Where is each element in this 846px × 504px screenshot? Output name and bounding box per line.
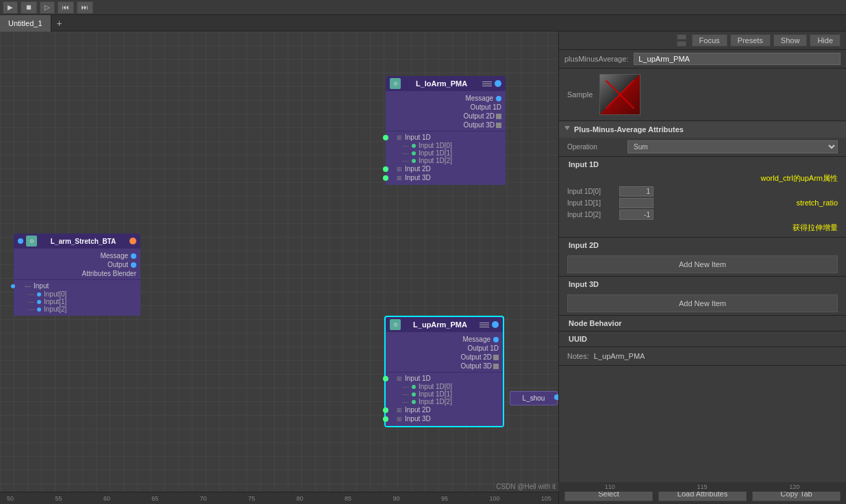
node-lo-arm-in2d-row: ⊞ Input 2D [386, 164, 506, 173]
node-stretch-in2-row: Input[2] [14, 305, 140, 313]
node-info-input[interactable] [634, 53, 841, 65]
main-layout: ⚙ L_loArm_PMA Message Output 1D Output 2… [0, 32, 846, 504]
input-1d-items: Input 1D[0] Input 1D[1] Input 1D[2] [567, 186, 791, 220]
add-new-item-2d-btn[interactable]: Add New Item [567, 255, 838, 273]
uuid-header[interactable]: UUID [559, 331, 846, 346]
node-shou-port[interactable] [554, 394, 558, 400]
node-stretch-in1-port[interactable] [37, 300, 41, 304]
ruler-right: 110 115 120 [558, 482, 846, 492]
uuid-section: UUID [559, 331, 846, 347]
node-lo-arm-in1d0-port[interactable] [412, 144, 416, 148]
node-behavior-section: Node Behavior [559, 316, 846, 331]
node-up-arm-header: ⚙ L_upArm_PMA [386, 317, 503, 332]
input-item-2-value[interactable] [619, 210, 654, 220]
graph-area[interactable]: ⚙ L_loArm_PMA Message Output 1D Output 2… [0, 32, 558, 504]
attr-section-pma-title: Plus-Minus-Average Attributes [574, 125, 684, 134]
add-new-item-3d-btn[interactable]: Add New Item [567, 294, 838, 312]
hide-button[interactable]: Hide [810, 34, 841, 47]
right-top-bar: Focus Presets Show Hide [559, 32, 846, 50]
show-button[interactable]: Show [773, 34, 808, 47]
node-stretch-out-dot[interactable] [129, 238, 136, 244]
node-lo-arm-in2d-port[interactable] [383, 166, 388, 172]
node-stretch-input-port[interactable] [11, 284, 15, 288]
node-stretch-bta[interactable]: ⚙ L_arm_Stretch_BTA Message Output Attri… [14, 234, 140, 316]
node-behavior-header[interactable]: Node Behavior [559, 316, 846, 331]
sample-swatch [599, 74, 640, 115]
stretch-annotations: stretch_ratio [796, 199, 838, 208]
input-item-1-value[interactable] [619, 198, 654, 208]
uuid-title: UUID [569, 335, 587, 343]
node-lo-arm-out2d-port[interactable] [496, 114, 501, 119]
node-stretch-in2-port[interactable] [37, 307, 41, 312]
input-1d-header[interactable]: Input 1D [559, 157, 846, 172]
node-up-arm-out-dot[interactable] [492, 321, 499, 328]
toolbar-btn-1[interactable]: ▶ [3, 1, 18, 14]
node-lo-arm-message-row: Message [386, 94, 506, 103]
ruler: 50 55 60 65 70 75 80 85 90 95 100 105 [0, 492, 558, 504]
node-stretch-attrib-row: Attributes Blender [14, 269, 140, 278]
node-lo-arm-in1d0-row: Input 1D[0] [386, 142, 506, 149]
notes-label: Notes: L_upArm_PMA [567, 352, 645, 360]
node-lo-arm-out1d-row: Output 1D [386, 103, 506, 112]
node-stretch-in1-row: Input[1] [14, 298, 140, 305]
node-lo-arm-in1d1-port[interactable] [412, 151, 416, 155]
input-item-2: Input 1D[2] [567, 210, 791, 220]
node-lo-arm-in3d-port[interactable] [383, 175, 388, 181]
node-behavior-title: Node Behavior [569, 319, 622, 327]
attr-section-pma-triangle [564, 126, 570, 133]
input-3d-section: Input 3D Add New Item [559, 277, 846, 316]
operation-select[interactable]: Sum [627, 140, 838, 153]
node-up-arm-in1d0-row: Input 1D[0] [386, 383, 503, 390]
collapse-btn-bottom[interactable] [677, 41, 686, 47]
node-up-arm-in1d2-port[interactable] [412, 400, 416, 404]
node-up-arm-message-port[interactable] [493, 337, 499, 342]
node-lo-arm-message-port[interactable] [496, 96, 501, 101]
node-up-arm-in1d0-port[interactable] [412, 385, 416, 389]
node-shou-floating[interactable]: L_shou [510, 391, 558, 405]
node-stretch-output-port[interactable] [131, 262, 136, 268]
presets-button[interactable]: Presets [730, 34, 771, 47]
node-stretch-message-row: Message [14, 251, 140, 260]
node-stretch-in0-port[interactable] [37, 292, 41, 297]
node-up-arm-in1d-port[interactable] [383, 376, 388, 381]
attr-section-pma: Plus-Minus-Average Attributes Operation … [559, 121, 846, 157]
input-2d-header[interactable]: Input 2D [559, 238, 846, 253]
node-up-arm-out3d-port[interactable] [493, 364, 499, 369]
node-lo-arm-out-dot[interactable] [495, 80, 501, 87]
toolbar-btn-3[interactable]: ▷ [40, 1, 55, 14]
node-up-arm-pma[interactable]: ⚙ L_upArm_PMA Message Output 1D Output 2… [384, 316, 504, 427]
node-stretch-in0-row: Input[0] [14, 290, 140, 298]
node-up-arm-in1d1-port[interactable] [412, 392, 416, 396]
toolbar-btn-2[interactable]: ⏹ [21, 1, 37, 14]
node-lo-arm-in1d2-port[interactable] [412, 159, 416, 163]
node-stretch-in-dot[interactable] [18, 238, 23, 244]
node-up-arm-out2d-row: Output 2D [386, 353, 503, 362]
operation-row: Operation Sum [559, 138, 846, 156]
node-stretch-message-port[interactable] [131, 253, 136, 259]
toolbar-btn-4[interactable]: ⏮ [58, 1, 74, 14]
toolbar-btn-5[interactable]: ⏭ [77, 1, 93, 14]
input-3d-header[interactable]: Input 3D [559, 277, 846, 292]
annotation-bottom: 获得拉伸增量 [559, 221, 846, 237]
node-lo-arm-body: Message Output 1D Output 2D Output 3D [386, 91, 506, 185]
node-lo-arm-in1d-port[interactable] [383, 135, 388, 140]
node-up-arm-menu[interactable] [480, 321, 489, 328]
attr-section-pma-header[interactable]: Plus-Minus-Average Attributes [559, 121, 846, 138]
node-lo-arm-menu[interactable] [482, 80, 492, 87]
node-up-arm-out2d-port[interactable] [493, 355, 499, 360]
node-lo-arm-pma[interactable]: ⚙ L_loArm_PMA Message Output 1D Output 2… [386, 76, 506, 185]
input-1d-section: Input 1D world_ctrl的upArm属性 Input 1D[0] [559, 157, 846, 238]
focus-button[interactable]: Focus [692, 34, 727, 47]
node-info-bar: plusMinusAverage: [559, 50, 846, 68]
tab-add[interactable]: + [51, 15, 68, 32]
operation-label: Operation [567, 143, 622, 151]
node-up-arm-body: Message Output 1D Output 2D Output 3D L_… [386, 332, 503, 426]
node-up-arm-in2d-port[interactable] [383, 407, 388, 413]
tab-untitled[interactable]: Untitled_1 [0, 15, 51, 32]
collapse-btn-top[interactable] [677, 34, 686, 40]
node-lo-arm-out3d-port[interactable] [496, 123, 501, 128]
input-2d-section: Input 2D Add New Item [559, 238, 846, 277]
node-up-arm-in3d-port[interactable] [383, 416, 388, 422]
input-item-0-value[interactable] [619, 186, 654, 197]
watermark: CSDN @Hell with it [496, 483, 556, 490]
